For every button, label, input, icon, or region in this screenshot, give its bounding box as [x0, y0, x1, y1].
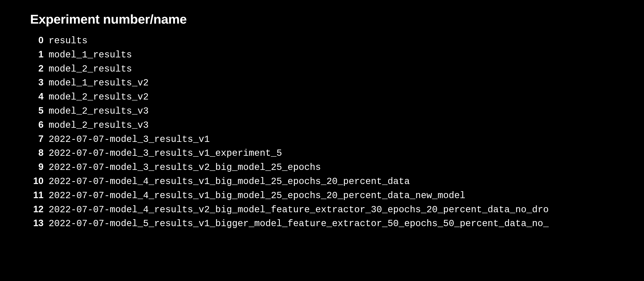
- row-number: 7: [30, 132, 44, 145]
- row-name: model_2_results_v3: [48, 119, 148, 132]
- list-item: 132022-07-07-model_5_results_v1_bigger_m…: [30, 216, 644, 230]
- list-item: 5model_2_results_v3: [30, 104, 644, 118]
- list-item: 122022-07-07-model_4_results_v2_big_mode…: [30, 202, 644, 217]
- row-name: 2022-07-07-model_4_results_v1_big_model_…: [48, 189, 465, 202]
- row-name: 2022-07-07-model_4_results_v2_big_model_…: [48, 204, 549, 217]
- row-number: 6: [30, 118, 44, 131]
- row-number: 0: [30, 34, 44, 47]
- list-item: 6model_2_results_v3: [30, 118, 644, 132]
- row-number: 13: [30, 216, 44, 230]
- row-name: model_1_results_v2: [48, 76, 148, 90]
- row-number: 1: [30, 48, 44, 61]
- row-name: 2022-07-07-model_5_results_v1_bigger_mod…: [48, 217, 549, 230]
- list-item: 72022-07-07-model_3_results_v1: [30, 132, 644, 146]
- row-name: 2022-07-07-model_3_results_v1_experiment…: [48, 147, 282, 160]
- row-name: model_2_results: [48, 63, 132, 76]
- row-number: 11: [30, 188, 44, 202]
- row-number: 5: [30, 104, 44, 117]
- row-number: 10: [30, 174, 44, 188]
- row-name: 2022-07-07-model_3_results_v1: [48, 133, 210, 146]
- row-name: model_2_results_v3: [48, 105, 148, 118]
- list-item: 4model_2_results_v2: [30, 90, 644, 104]
- row-name: model_2_results_v2: [48, 91, 148, 104]
- list-item: 0results: [30, 34, 644, 48]
- list-item: 1model_1_results: [30, 48, 644, 62]
- list-item: 82022-07-07-model_3_results_v1_experimen…: [30, 146, 644, 160]
- list-item: 102022-07-07-model_4_results_v1_big_mode…: [30, 174, 644, 188]
- row-number: 9: [30, 160, 44, 173]
- row-number: 12: [30, 202, 44, 216]
- row-name: 2022-07-07-model_3_results_v2_big_model_…: [48, 161, 321, 174]
- page-title: Experiment number/name: [30, 12, 644, 26]
- experiment-list-container: Experiment number/name 0results 1model_1…: [0, 0, 644, 230]
- experiment-list: 0results 1model_1_results 2model_2_resul…: [30, 34, 644, 230]
- list-item: 112022-07-07-model_4_results_v1_big_mode…: [30, 188, 644, 202]
- row-number: 2: [30, 62, 44, 75]
- row-number: 3: [30, 76, 44, 89]
- row-name: results: [48, 34, 88, 48]
- row-number: 4: [30, 90, 44, 103]
- row-name: 2022-07-07-model_4_results_v1_big_model_…: [48, 175, 410, 188]
- row-number: 8: [30, 146, 44, 159]
- list-item: 92022-07-07-model_3_results_v2_big_model…: [30, 160, 644, 174]
- list-item: 3model_1_results_v2: [30, 76, 644, 90]
- row-name: model_1_results: [48, 48, 132, 62]
- list-item: 2model_2_results: [30, 62, 644, 76]
